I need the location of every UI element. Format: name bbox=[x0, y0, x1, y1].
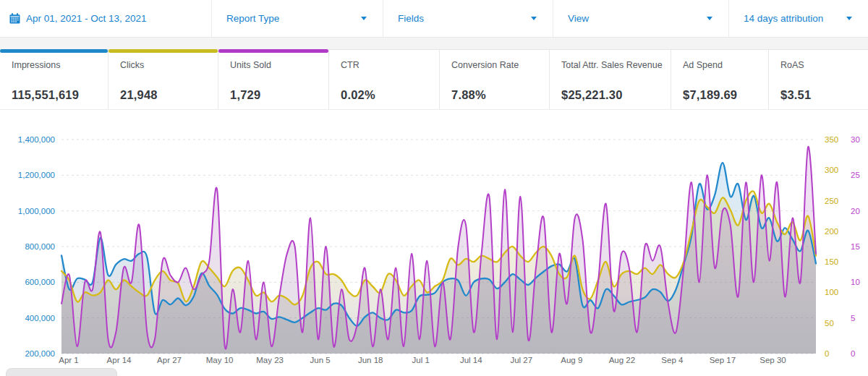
metric-label: Impressions bbox=[12, 59, 101, 71]
clicks-axis-tick-label: 100 bbox=[825, 288, 838, 296]
metric-label: Total Attr. Sales Revenue bbox=[561, 59, 663, 71]
metric-value: 115,551,619 bbox=[12, 88, 101, 102]
x-axis-tick-label: Jun 5 bbox=[310, 356, 331, 364]
fields-dropdown[interactable]: Fields bbox=[383, 0, 553, 37]
clicks-axis-tick-label: 0 bbox=[825, 349, 829, 358]
x-axis-tick-label: Jul 27 bbox=[510, 356, 532, 364]
clicks-axis-tick-label: 350 bbox=[825, 135, 838, 144]
x-axis-tick-label: Sep 4 bbox=[661, 356, 684, 364]
units-axis-tick-label: 25 bbox=[851, 171, 860, 179]
left-axis-tick-label: 1,200,000 bbox=[18, 171, 55, 179]
metric-accent-bar bbox=[671, 49, 768, 53]
metric-accent-bar bbox=[218, 49, 328, 53]
calendar-icon bbox=[9, 13, 20, 24]
clicks-axis-tick-label: 150 bbox=[825, 257, 838, 266]
clicks-axis-tick-label: 250 bbox=[825, 197, 838, 205]
clicks-axis-tick-label: 200 bbox=[825, 227, 838, 236]
x-axis-tick-label: Jul 1 bbox=[412, 356, 430, 364]
metric-value: 21,948 bbox=[120, 88, 210, 102]
x-axis-tick-label: Jun 18 bbox=[358, 356, 383, 364]
chevron-down-icon bbox=[361, 17, 367, 20]
metric-accent-bar bbox=[550, 49, 671, 53]
x-axis-tick-label: Sep 17 bbox=[710, 356, 736, 364]
report-type-label: Report Type bbox=[226, 13, 279, 24]
metric-accent-bar bbox=[769, 49, 868, 53]
attribution-dropdown[interactable]: 14 days attribution bbox=[729, 0, 868, 37]
fields-label: Fields bbox=[398, 13, 424, 24]
metric-card-conversion-rate[interactable]: Conversion Rate 7.88% bbox=[440, 49, 550, 109]
x-axis-tick-label: May 23 bbox=[256, 356, 284, 364]
metric-value: $25,221.30 bbox=[561, 88, 663, 102]
view-dropdown[interactable]: View bbox=[553, 0, 729, 37]
units-axis-tick-label: 20 bbox=[851, 207, 860, 215]
left-axis-tick-label: 800,000 bbox=[25, 242, 55, 251]
chart-canvas: 200,000400,000600,000800,0001,000,0001,2… bbox=[0, 110, 868, 376]
metric-label: RoAS bbox=[780, 59, 861, 71]
metric-card-ad-spend[interactable]: Ad Spend $7,189.69 bbox=[671, 49, 769, 109]
metric-card-ctr[interactable]: CTR 0.02% bbox=[329, 49, 440, 109]
x-axis-tick-label: Apr 27 bbox=[157, 356, 182, 364]
left-axis-tick-label: 600,000 bbox=[25, 278, 55, 286]
metric-label: Clicks bbox=[120, 59, 210, 71]
date-range-picker[interactable]: Apr 01, 2021 - Oct 13, 2021 bbox=[0, 0, 212, 37]
metric-card-units-sold[interactable]: Units Sold 1,729 bbox=[218, 49, 329, 109]
metric-value: 7.88% bbox=[451, 88, 542, 102]
metric-label: Ad Spend bbox=[683, 59, 761, 71]
metric-cards-row: Impressions 115,551,619 Clicks 21,948 Un… bbox=[0, 49, 868, 110]
units-axis-tick-label: 10 bbox=[851, 278, 860, 286]
metric-value: 0.02% bbox=[341, 88, 432, 102]
left-axis-tick-label: 400,000 bbox=[25, 314, 55, 322]
metric-card-clicks[interactable]: Clicks 21,948 bbox=[109, 49, 218, 109]
toolbar: Apr 01, 2021 - Oct 13, 2021 Report Type … bbox=[0, 0, 868, 38]
x-axis-tick-label: Aug 9 bbox=[561, 356, 582, 364]
metric-label: Conversion Rate bbox=[451, 59, 542, 71]
left-axis-tick-label: 1,400,000 bbox=[18, 135, 55, 144]
x-axis-tick-label: Apr 14 bbox=[107, 356, 132, 364]
chevron-down-icon bbox=[531, 17, 537, 20]
metric-accent-bar bbox=[329, 49, 439, 53]
units-axis-tick-label: 5 bbox=[851, 314, 855, 322]
time-series-chart: 200,000400,000600,000800,0001,000,0001,2… bbox=[0, 110, 868, 376]
attribution-label: 14 days attribution bbox=[744, 13, 823, 24]
date-range-label: Apr 01, 2021 - Oct 13, 2021 bbox=[26, 13, 147, 24]
metric-label: CTR bbox=[341, 59, 432, 71]
metric-value: 1,729 bbox=[230, 88, 321, 102]
left-axis-tick-label: 1,000,000 bbox=[18, 207, 55, 215]
clicks-axis-tick-label: 300 bbox=[825, 166, 838, 174]
x-axis-tick-label: May 10 bbox=[206, 356, 234, 364]
metric-value: $3.51 bbox=[780, 88, 861, 102]
metric-value: $7,189.69 bbox=[683, 88, 761, 102]
x-axis-tick-label: Apr 1 bbox=[59, 356, 79, 364]
chevron-down-icon bbox=[846, 17, 852, 20]
metric-label: Units Sold bbox=[230, 59, 321, 71]
left-axis-tick-label: 200,000 bbox=[25, 349, 55, 358]
x-axis-tick-label: Jul 14 bbox=[460, 356, 482, 364]
metric-accent-bar bbox=[440, 49, 549, 53]
bottom-left-tab bbox=[6, 368, 117, 376]
units-axis-tick-label: 15 bbox=[851, 242, 860, 251]
chevron-down-icon bbox=[707, 17, 712, 20]
metric-accent-bar bbox=[109, 49, 218, 53]
units-axis-tick-label: 0 bbox=[851, 349, 855, 358]
metric-card-total-attr-sales-revenue[interactable]: Total Attr. Sales Revenue $25,221.30 bbox=[550, 49, 671, 109]
x-axis-tick-label: Sep 30 bbox=[760, 356, 786, 364]
view-label: View bbox=[568, 13, 589, 24]
units-axis-tick-label: 30 bbox=[851, 135, 860, 144]
report-type-dropdown[interactable]: Report Type bbox=[212, 0, 383, 37]
metric-card-roas[interactable]: RoAS $3.51 bbox=[769, 49, 868, 109]
clicks-axis-tick-label: 50 bbox=[825, 319, 834, 328]
metric-accent-bar bbox=[0, 49, 108, 53]
x-axis-tick-label: Aug 22 bbox=[609, 356, 635, 364]
metric-card-impressions[interactable]: Impressions 115,551,619 bbox=[0, 49, 109, 109]
